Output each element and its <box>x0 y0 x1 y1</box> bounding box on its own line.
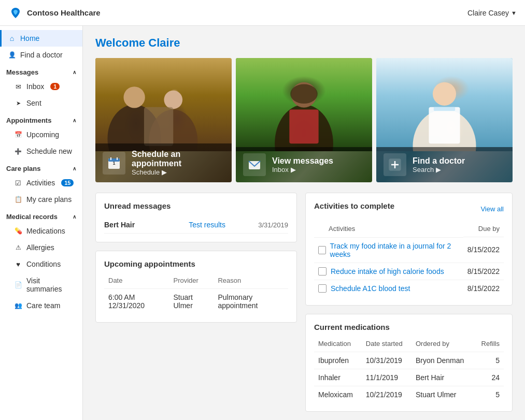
messages-card-icon-box <box>243 153 266 176</box>
medications-icon <box>14 227 22 235</box>
upcoming-icon <box>14 131 22 139</box>
message-subject-link[interactable]: Test results <box>189 221 225 229</box>
sidebar-item-medications[interactable]: Medications <box>0 223 82 239</box>
appt-date: 6:00 AM 12/31/2020 <box>104 289 169 314</box>
hero-card-find-doctor[interactable]: Find a doctor Search ▶ <box>376 58 513 182</box>
med-refills-1: 5 <box>474 352 504 369</box>
activity-checkbox-2[interactable] <box>318 267 327 276</box>
sidebar-item-activities[interactable]: Activities 15 <box>0 175 82 191</box>
medication-row: Inhaler 11/1/2019 Bert Hair 24 <box>314 369 504 386</box>
allergies-icon <box>14 243 22 252</box>
med-ordered-3: Stuart Ulmer <box>412 386 474 403</box>
activity-due-1: 8/15/2022 <box>463 237 504 263</box>
sidebar-item-upcoming[interactable]: Upcoming <box>0 126 82 143</box>
care-plans-section-header[interactable]: Care plans ∧ <box>0 160 82 175</box>
message-sender: Bert Hair <box>104 221 156 229</box>
hero-cards: 1 Schedule an appointment Schedule ▶ <box>95 58 513 182</box>
sidebar-item-allergies[interactable]: Allergies <box>0 239 82 256</box>
appt-reason: Pulmonary appointment <box>214 289 288 314</box>
view-all-link[interactable]: View all <box>480 205 504 213</box>
hero-card-2-photo <box>236 58 372 151</box>
activity-checkbox-3[interactable] <box>318 284 327 293</box>
activities-header: Activities to complete View all <box>314 201 504 216</box>
sidebar-item-find-doctor[interactable]: Find a doctor <box>0 47 82 63</box>
message-date: 3/31/2019 <box>258 221 288 229</box>
appointment-row: 6:00 AM 12/31/2020 Stuart Ulmer Pulmonar… <box>104 289 288 314</box>
user-menu[interactable]: Claire Casey ▼ <box>467 9 517 17</box>
upcoming-appointments-panel: Upcoming appointments Date Provider Reas… <box>95 251 297 323</box>
activity-checkbox-1[interactable] <box>318 246 326 254</box>
hero-card-3-overlay: Find a doctor Search ▶ <box>376 147 513 182</box>
card-2-arrow-icon: ▶ <box>291 166 296 173</box>
med-name-2: Inhaler <box>314 369 362 386</box>
sidebar-item-schedule-new[interactable]: Schedule new <box>0 143 82 160</box>
activity-cell-1: Track my food intake in a journal for 2 … <box>314 237 463 263</box>
card-1-arrow-icon: ▶ <box>162 168 167 176</box>
med-col-date: Date started <box>362 338 412 352</box>
med-col-name: Medication <box>314 338 362 352</box>
med-col-ordered: Ordered by <box>412 338 474 352</box>
activities-title: Activities to complete <box>314 201 394 210</box>
hero-card-1-photo <box>95 58 232 151</box>
left-panel: Unread messages Bert Hair Test results 3… <box>95 193 297 412</box>
activity-row: Schedule A1C blood test 8/15/2022 <box>314 280 504 297</box>
hero-card-3-photo <box>376 58 513 151</box>
sent-icon <box>14 99 22 107</box>
hero-card-2-text: View messages Inbox ▶ <box>272 156 333 173</box>
medications-table: Medication Date started Ordered by Refil… <box>314 338 504 403</box>
sidebar-item-inbox[interactable]: Inbox 1 <box>0 78 82 95</box>
hero-card-schedule[interactable]: 1 Schedule an appointment Schedule ▶ <box>95 58 232 182</box>
svg-rect-18 <box>434 107 455 111</box>
main-content: Welcome Claire <box>83 26 525 420</box>
appt-col-reason: Reason <box>214 274 288 289</box>
care-plans-chevron-icon: ∧ <box>73 166 76 171</box>
conditions-icon <box>14 260 22 268</box>
find-doctor-card-icon-box <box>384 153 406 176</box>
med-ordered-2: Bert Hair <box>412 369 474 386</box>
home-icon <box>8 34 16 42</box>
logo-icon <box>8 6 23 20</box>
unread-messages-panel: Unread messages Bert Hair Test results 3… <box>95 193 297 242</box>
medications-title: Current medications <box>314 323 504 331</box>
medication-row: Ibuprofen 10/31/2019 Bryon Denman 5 <box>314 352 504 369</box>
sidebar-item-conditions[interactable]: Conditions <box>0 256 82 272</box>
sidebar-item-my-care-plans[interactable]: My care plans <box>0 191 82 208</box>
medical-records-section-header[interactable]: Medical records ∧ <box>0 208 82 223</box>
med-name-3: Meloxicam <box>314 386 362 403</box>
appt-provider: Stuart Ulmer <box>169 289 214 314</box>
svg-point-1 <box>123 86 145 108</box>
hero-card-messages[interactable]: View messages Inbox ▶ <box>236 58 372 182</box>
svg-rect-17 <box>429 107 460 143</box>
med-ordered-1: Bryon Denman <box>412 352 474 369</box>
activity-link-1[interactable]: Track my food intake in a journal for 2 … <box>330 242 459 258</box>
right-panel: Activities to complete View all Activiti… <box>305 193 513 412</box>
med-date-1: 10/31/2019 <box>362 352 412 369</box>
medication-row: Meloxicam 10/21/2019 Stuart Ulmer 5 <box>314 386 504 403</box>
page-title: Welcome Claire <box>95 36 513 50</box>
hero-card-3-text: Find a doctor Search ▶ <box>413 156 465 173</box>
svg-point-16 <box>433 82 456 106</box>
app-layout: Home Find a doctor Messages ∧ Inbox 1 Se… <box>0 26 525 420</box>
med-name-1: Ibuprofen <box>314 352 362 369</box>
med-date-3: 10/21/2019 <box>362 386 412 403</box>
bottom-panels: Unread messages Bert Hair Test results 3… <box>95 193 513 412</box>
upcoming-appointments-title: Upcoming appointments <box>104 259 288 268</box>
activity-link-2[interactable]: Reduce intake of high calorie foods <box>331 267 444 276</box>
messages-section-header[interactable]: Messages ∧ <box>0 63 82 78</box>
card-3-arrow-icon: ▶ <box>436 166 441 173</box>
appointments-section-header[interactable]: Appointments ∧ <box>0 111 82 126</box>
svg-rect-4 <box>144 107 173 146</box>
activities-col-due: Due by <box>463 223 504 237</box>
care-team-icon <box>14 301 22 310</box>
sidebar-item-home[interactable]: Home <box>0 30 82 47</box>
sidebar-item-care-team[interactable]: Care team <box>0 297 82 314</box>
activities-col-activity: Activities <box>314 223 463 237</box>
sidebar-item-sent[interactable]: Sent <box>0 95 82 111</box>
inbox-badge: 1 <box>50 83 60 90</box>
schedule-card-icon-box: 1 <box>103 152 125 175</box>
medications-panel: Current medications Medication Date star… <box>305 314 513 412</box>
svg-point-12 <box>290 84 318 104</box>
activity-link-3[interactable]: Schedule A1C blood test <box>331 284 410 293</box>
svg-text:1: 1 <box>112 161 115 166</box>
sidebar-item-visit-summaries[interactable]: Visit summaries <box>0 272 82 297</box>
